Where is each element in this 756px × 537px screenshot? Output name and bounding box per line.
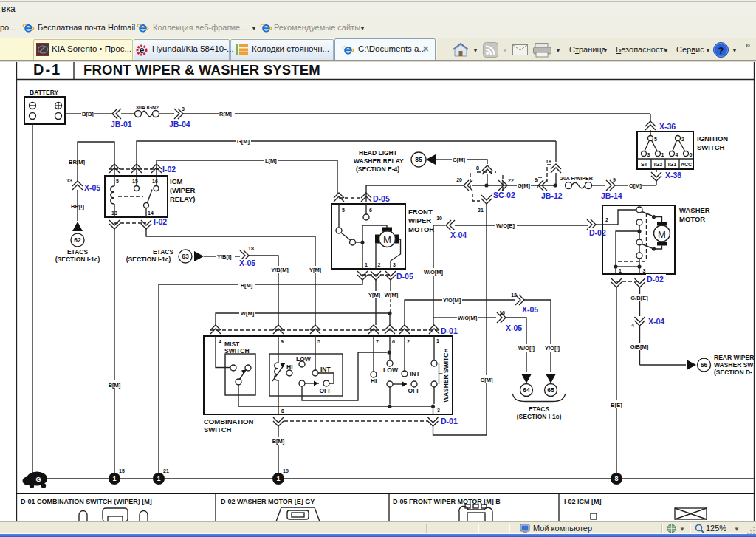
svg-text:MOTOR: MOTOR <box>679 215 705 223</box>
svg-text:9: 9 <box>281 339 284 344</box>
svg-text:16: 16 <box>499 310 505 315</box>
svg-text:7: 7 <box>376 339 379 344</box>
svg-text:W/O[I]: W/O[I] <box>518 345 535 352</box>
svg-text:L[M]: L[M] <box>265 157 277 164</box>
svg-text:FRONT WIPER & WASHER SYSTEM: FRONT WIPER & WASHER SYSTEM <box>83 62 320 78</box>
svg-text:ETACS: ETACS <box>529 406 550 413</box>
svg-text:WASHER: WASHER <box>679 206 710 214</box>
svg-text:G[M]: G[M] <box>237 138 250 145</box>
svg-text:ETACS: ETACS <box>67 248 89 256</box>
svg-text:G: G <box>35 476 41 483</box>
svg-text:Y/O[I]: Y/O[I] <box>545 345 560 352</box>
svg-text:2: 2 <box>605 217 608 222</box>
svg-text:RELAY): RELAY) <box>170 195 196 203</box>
svg-text:I-02 ICM [M]: I-02 ICM [M] <box>564 498 602 505</box>
svg-text:30A IGN2: 30A IGN2 <box>136 105 159 110</box>
svg-text:15: 15 <box>132 179 138 184</box>
svg-text:1: 1 <box>157 475 160 482</box>
svg-text:64: 64 <box>523 386 530 394</box>
svg-text:Y/B[M]: Y/B[M] <box>271 267 289 273</box>
svg-text:(SECTION E-4): (SECTION E-4) <box>356 165 399 173</box>
svg-text:O[M]: O[M] <box>629 182 642 189</box>
svg-text:8: 8 <box>614 475 618 482</box>
svg-text:INT: INT <box>320 366 331 373</box>
svg-text:D-01 COMBINATION SWITCH (WIPER: D-01 COMBINATION SWITCH (WIPER) [M] <box>21 498 152 505</box>
svg-text:G/B[E]: G/B[E] <box>630 295 648 301</box>
svg-text:Y/B[I]: Y/B[I] <box>217 253 232 260</box>
svg-text:D-01: D-01 <box>441 326 458 335</box>
svg-text:HI: HI <box>371 377 377 385</box>
svg-text:20: 20 <box>456 177 462 182</box>
svg-text:13: 13 <box>111 211 117 216</box>
svg-text:I-02: I-02 <box>154 217 167 226</box>
svg-text:X-36: X-36 <box>665 171 681 179</box>
svg-text:JB-04: JB-04 <box>169 120 190 129</box>
svg-text:X-05: X-05 <box>84 183 100 192</box>
svg-text:6: 6 <box>369 208 372 213</box>
svg-text:18: 18 <box>248 246 254 251</box>
svg-text:20A F/WIPER: 20A F/WIPER <box>560 176 593 181</box>
svg-text:B[M]: B[M] <box>272 438 285 445</box>
svg-text:?: ? <box>718 45 724 56</box>
svg-text:ETACS: ETACS <box>153 248 174 256</box>
svg-text:B[M]: B[M] <box>241 282 253 289</box>
svg-text:WIPER: WIPER <box>408 216 431 225</box>
svg-text:G/B[M]: G/B[M] <box>630 343 649 350</box>
svg-text:IG2: IG2 <box>654 162 662 167</box>
svg-text:6: 6 <box>392 339 395 344</box>
svg-text:(SECTION D-: (SECTION D- <box>714 369 752 376</box>
svg-text:14: 14 <box>148 211 154 216</box>
svg-text:13: 13 <box>66 178 72 183</box>
svg-text:COMBINATION: COMBINATION <box>204 417 254 425</box>
svg-text:15: 15 <box>119 468 125 473</box>
svg-text:HEAD LIGHT: HEAD LIGHT <box>359 149 398 157</box>
svg-text:2: 2 <box>681 137 684 142</box>
svg-text:3: 3 <box>182 106 185 112</box>
svg-text:1: 1 <box>276 475 280 482</box>
svg-text:X-04: X-04 <box>648 317 664 326</box>
svg-text:WASHER SWITCH: WASHER SWITCH <box>442 348 450 402</box>
svg-text:BR[I]: BR[I] <box>71 203 84 210</box>
svg-text:Y[M]: Y[M] <box>309 267 322 273</box>
svg-text:WASHER RELAY: WASHER RELAY <box>354 157 404 165</box>
svg-text:Y/O[M]: Y/O[M] <box>443 297 461 304</box>
svg-text:REAR WIPER: REAR WIPER <box>714 354 754 361</box>
svg-text:G[M]: G[M] <box>518 182 531 189</box>
svg-text:R[M]: R[M] <box>219 111 232 117</box>
svg-text:IGNITION: IGNITION <box>697 134 728 143</box>
svg-text:(SECTION I-1c): (SECTION I-1c) <box>126 256 171 263</box>
svg-text:FRONT: FRONT <box>408 208 433 216</box>
svg-text:INT: INT <box>410 370 421 377</box>
svg-text:SWITCH: SWITCH <box>697 143 725 151</box>
svg-text:X-36: X-36 <box>659 122 676 131</box>
svg-text:IG1: IG1 <box>668 162 676 167</box>
svg-text:Y[M]: Y[M] <box>368 292 381 298</box>
svg-text:ST: ST <box>641 162 648 167</box>
svg-text:ACC: ACC <box>681 162 692 167</box>
svg-text:(WIPER: (WIPER <box>170 186 195 194</box>
svg-text:D-01: D-01 <box>441 417 458 425</box>
svg-text:B[M]: B[M] <box>109 382 121 389</box>
svg-text:2: 2 <box>378 262 381 267</box>
svg-text:3: 3 <box>643 268 646 273</box>
svg-text:4: 4 <box>676 152 678 157</box>
svg-text:1: 1 <box>436 338 439 343</box>
svg-text:19: 19 <box>283 468 289 473</box>
svg-text:SC-02: SC-02 <box>493 191 515 199</box>
svg-text:12: 12 <box>511 293 517 298</box>
svg-text:W[M]: W[M] <box>241 310 255 317</box>
svg-text:1: 1 <box>365 262 368 267</box>
svg-text:LOW: LOW <box>383 366 399 374</box>
svg-text:D-02: D-02 <box>647 275 664 284</box>
svg-text:22: 22 <box>508 178 514 183</box>
svg-text:G[M]: G[M] <box>453 157 466 163</box>
svg-text:5: 5 <box>317 339 320 344</box>
svg-text:9: 9 <box>613 177 616 182</box>
svg-text:21: 21 <box>478 208 484 213</box>
svg-text:62: 62 <box>74 236 81 244</box>
svg-text:W/O[M]: W/O[M] <box>424 269 444 276</box>
svg-text:85: 85 <box>415 156 422 163</box>
svg-text:X-05: X-05 <box>239 259 255 267</box>
svg-text:D-05: D-05 <box>373 194 390 203</box>
svg-text:18: 18 <box>546 159 551 164</box>
